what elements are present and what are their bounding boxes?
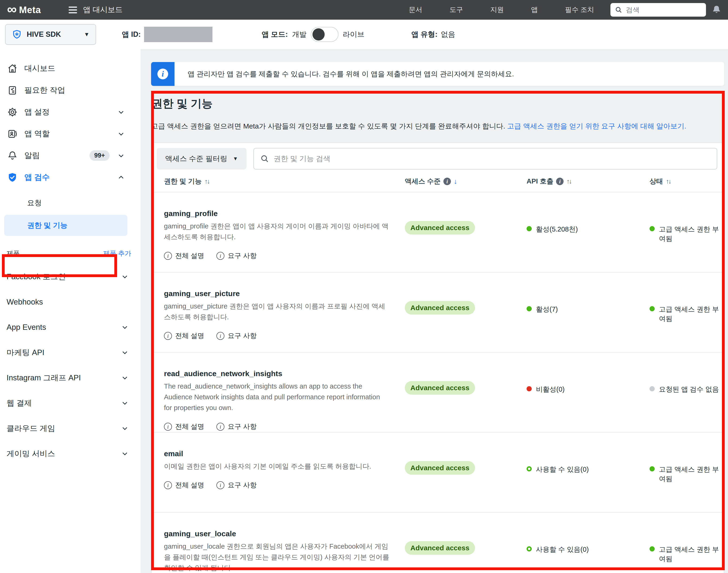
- description-text: 고급 액세스 권한을 얻으려면 Meta가 사람들의 개인정보를 보호할 수 있…: [151, 122, 507, 130]
- info-icon: i: [216, 423, 225, 431]
- api-status-dot: [527, 546, 532, 552]
- nav-required-actions[interactable]: 필수 조치: [565, 5, 594, 14]
- product-label: 마케팅 API: [7, 347, 44, 358]
- sort-desc-icon: ↓: [454, 177, 457, 186]
- search-icon: [615, 6, 623, 14]
- global-search-input[interactable]: [626, 6, 702, 14]
- add-product-link[interactable]: 제품 추가: [103, 249, 131, 258]
- product-webhooks[interactable]: Webhooks: [0, 289, 141, 315]
- product-instagram-graph-api[interactable]: Instagram 그래프 API: [0, 365, 141, 390]
- app-mode-toggle[interactable]: [311, 27, 338, 42]
- info-icon[interactable]: i: [443, 178, 451, 185]
- permission-description: 이메일 권한은 앱이 사용자의 기본 이메일 주소를 읽도록 허용합니다.: [164, 461, 391, 472]
- api-status-dot: [527, 226, 532, 231]
- full-description-link[interactable]: i전체 설명: [164, 422, 204, 431]
- chevron-down-icon: ▼: [84, 31, 90, 38]
- status-value: 고급 액세스 권한 부여됨: [659, 465, 724, 483]
- learn-more-link[interactable]: 고급 액세스 권한을 얻기 위한 요구 사항에 대해 알아보기.: [507, 122, 686, 130]
- permission-description: gaming_user_locale 권한으로 회원님의 앱은 사용자가 Fac…: [164, 541, 391, 573]
- top-nav: 문서 도구 지원 앱 필수 조치: [409, 5, 594, 14]
- sidebar-item-dashboard[interactable]: 대시보드: [0, 58, 141, 80]
- column-header-access[interactable]: 액세스 수준i↓: [405, 177, 527, 186]
- app-selector-label: HIVE SDK: [27, 30, 79, 39]
- full-description-link[interactable]: i전체 설명: [164, 331, 204, 341]
- sidebar: 대시보드 필요한 작업 앱 설정 앱 역할 알림 99+ 앱 검수 요청 권: [0, 49, 141, 573]
- id-card-icon: [7, 128, 18, 139]
- status-dot: [649, 546, 655, 552]
- gear-icon: [7, 107, 18, 117]
- app-type-label: 앱 유형:: [411, 30, 438, 39]
- app-mode-live-label: 라이브: [343, 30, 365, 39]
- requirements-link[interactable]: i요구 사항: [216, 422, 257, 431]
- requirements-link[interactable]: i요구 사항: [216, 331, 257, 341]
- sidebar-item-app-review[interactable]: 앱 검수: [0, 166, 141, 188]
- sidebar-item-notifications[interactable]: 알림 99+: [0, 145, 141, 166]
- menu-icon[interactable]: [68, 7, 77, 13]
- shield-check-icon: [7, 172, 18, 183]
- permissions-card: 액세스 수준 필터링 ▼ 권한 및 기능↑↓ 액세스 수준i↓ API 호출i↑…: [151, 142, 724, 573]
- permission-name: read_audience_network_insights: [164, 369, 391, 378]
- status-value: 고급 액세스 권한 부여됨: [659, 225, 724, 244]
- global-search[interactable]: [611, 3, 706, 17]
- info-icon[interactable]: i: [556, 178, 564, 185]
- notifications-bell-icon[interactable]: [711, 4, 722, 15]
- chevron-down-icon: [122, 349, 128, 356]
- page-description: 고급 액세스 권한을 얻으려면 Meta가 사람들의 개인정보를 보호할 수 있…: [151, 121, 724, 132]
- app-selector-dropdown[interactable]: HIVE SDK ▼: [5, 24, 96, 45]
- chevron-down-icon: [122, 400, 128, 407]
- api-status-dot: [527, 386, 532, 392]
- chevron-down-icon: [122, 273, 128, 280]
- app-dashboard-title[interactable]: 앱 대시보드: [83, 5, 123, 15]
- info-icon: i: [164, 332, 172, 340]
- status-value: 고급 액세스 권한 부여됨: [659, 305, 724, 323]
- filter-button-label: 액세스 수준 필터링: [165, 154, 227, 164]
- product-web-payments[interactable]: 웹 결제: [0, 390, 141, 416]
- sidebar-subitem-requests[interactable]: 요청: [0, 193, 141, 213]
- main-content: i 앱 관리자만 앱 검수를 제출할 수 있습니다. 검수를 위해 이 앱을 제…: [141, 49, 728, 573]
- product-label: Facebook 로그인: [7, 271, 66, 282]
- product-label: 게이밍 서비스: [7, 449, 55, 459]
- full-description-link[interactable]: i전체 설명: [164, 480, 204, 490]
- sidebar-item-label: 앱 설정: [25, 107, 117, 117]
- product-label: Instagram 그래프 API: [7, 373, 81, 383]
- access-level-badge: Advanced access: [405, 221, 475, 235]
- product-app-events[interactable]: App Events: [0, 315, 141, 340]
- product-marketing-api[interactable]: 마케팅 API: [0, 340, 141, 365]
- app-id-redacted: [144, 27, 212, 42]
- nav-docs[interactable]: 문서: [409, 5, 422, 14]
- column-header-name[interactable]: 권한 및 기능↑↓: [164, 177, 405, 186]
- column-header-api[interactable]: API 호출i↑↓: [527, 177, 649, 186]
- hive-shield-icon: [12, 29, 22, 40]
- status-dot: [649, 306, 655, 311]
- meta-logo[interactable]: ∞ Meta: [7, 3, 41, 17]
- requirements-link[interactable]: i요구 사항: [216, 480, 257, 490]
- access-level-filter-button[interactable]: 액세스 수준 필터링 ▼: [157, 148, 246, 169]
- permissions-section: 권한 및 기능 고급 액세스 권한을 얻으려면 Meta가 사람들의 개인정보를…: [151, 96, 724, 573]
- info-icon: i: [216, 252, 225, 260]
- notification-count-badge: 99+: [90, 150, 110, 161]
- api-calls-value: 활성(5.208천): [536, 225, 578, 234]
- sidebar-item-required-tasks[interactable]: 필요한 작업: [0, 80, 141, 101]
- chevron-down-icon: [117, 152, 125, 159]
- table-row: gaming_profile gaming_profile 권한은 앱이 앱 사…: [152, 193, 724, 272]
- full-description-link[interactable]: i전체 설명: [164, 251, 204, 261]
- requirements-link[interactable]: i요구 사항: [216, 251, 257, 261]
- permission-name: gaming_profile: [164, 209, 391, 218]
- permissions-search[interactable]: [253, 148, 717, 169]
- product-cloud-games[interactable]: 클라우드 게임: [0, 416, 141, 441]
- sidebar-item-label: 대시보드: [25, 63, 131, 74]
- sidebar-item-app-roles[interactable]: 앱 역할: [0, 123, 141, 145]
- table-row: gaming_user_locale gaming_user_locale 권한…: [152, 513, 724, 573]
- status-dot: [649, 466, 655, 471]
- sidebar-subitem-permissions[interactable]: 권한 및 기능: [4, 215, 128, 236]
- bell-icon: [7, 150, 18, 161]
- column-header-status[interactable]: 상태↑↓: [649, 177, 724, 186]
- sidebar-item-app-settings[interactable]: 앱 설정: [0, 101, 141, 123]
- product-gaming-services[interactable]: 게이밍 서비스: [0, 441, 141, 466]
- nav-support[interactable]: 지원: [490, 5, 504, 14]
- nav-tools[interactable]: 도구: [449, 5, 463, 14]
- app-type-value: 없음: [441, 30, 455, 39]
- nav-apps[interactable]: 앱: [531, 5, 538, 14]
- product-facebook-login[interactable]: Facebook 로그인: [0, 264, 141, 289]
- permissions-search-input[interactable]: [274, 154, 711, 163]
